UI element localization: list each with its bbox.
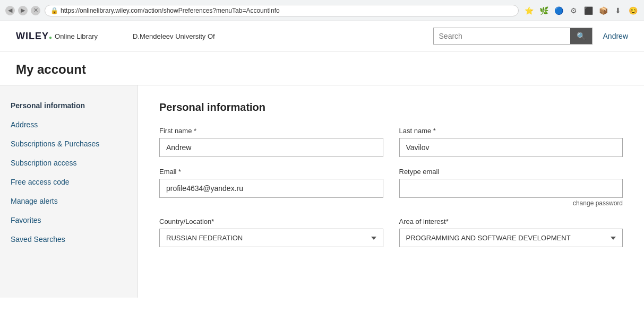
email-row: Email * Retype email change password — [159, 168, 623, 207]
browser-icon-4[interactable]: ⚙ — [568, 5, 579, 16]
sidebar-item-favorites[interactable]: Favorites — [0, 211, 138, 230]
retype-email-group: Retype email change password — [399, 168, 623, 207]
logo-dot: ● — [49, 34, 53, 40]
change-password-anchor[interactable]: change password — [573, 199, 623, 207]
country-group: Country/Location* RUSSIAN FEDERATION UNI… — [159, 218, 383, 247]
sidebar-link-manage-alerts[interactable]: Manage alerts — [11, 197, 58, 205]
search-input[interactable] — [434, 28, 570, 44]
sidebar-label-personal-information: Personal information — [11, 101, 85, 110]
name-row: First name * Last name * — [159, 127, 623, 157]
user-link[interactable]: Andrew — [603, 32, 628, 40]
area-group: Area of interest* PROGRAMMING AND SOFTWA… — [399, 218, 623, 247]
country-label: Country/Location* — [159, 218, 383, 225]
sidebar-link-favorites[interactable]: Favorites — [11, 216, 41, 224]
last-name-group: Last name * — [399, 127, 623, 157]
section-title: Personal information — [159, 101, 623, 114]
user-area: Andrew — [603, 32, 628, 40]
country-select[interactable]: RUSSIAN FEDERATION UNITED STATES UNITED … — [159, 229, 383, 247]
browser-icon-3[interactable]: 🔵 — [553, 5, 564, 16]
sidebar-item-personal-information[interactable]: Personal information — [0, 96, 138, 115]
browser-icon-5[interactable]: ⬛ — [582, 5, 594, 16]
sidebar-link-address[interactable]: Address — [11, 120, 38, 129]
last-name-input[interactable] — [399, 138, 623, 157]
browser-icon-6[interactable]: 📦 — [597, 5, 609, 16]
sidebar-item-manage-alerts[interactable]: Manage alerts — [0, 192, 138, 211]
close-button[interactable]: ✕ — [31, 6, 40, 15]
browser-icon-7[interactable]: ⬇ — [612, 5, 624, 16]
browser-chrome: ◀ ▶ ✕ 🔒 https://onlinelibrary.wiley.com/… — [0, 0, 644, 21]
email-label: Email * — [159, 168, 383, 176]
logo-wiley: WILEY — [16, 31, 49, 41]
search-area: 🔍 — [433, 28, 593, 45]
address-bar[interactable]: 🔒 https://onlinelibrary.wiley.com/action… — [45, 5, 519, 16]
retype-email-label: Retype email — [399, 168, 623, 176]
forward-button[interactable]: ▶ — [18, 6, 28, 15]
email-group: Email * — [159, 168, 383, 207]
logo-text: WILEY● — [16, 31, 53, 42]
sidebar-link-subscriptions[interactable]: Subscriptions & Purchases — [11, 140, 99, 148]
email-input[interactable] — [159, 179, 383, 198]
search-icon: 🔍 — [577, 32, 586, 40]
area-select[interactable]: PROGRAMMING AND SOFTWARE DEVELOPMENT MAT… — [399, 229, 623, 247]
location-interest-row: Country/Location* RUSSIAN FEDERATION UNI… — [159, 218, 623, 247]
site-header: WILEY● Online Library D.Mendeleev Univer… — [0, 21, 644, 51]
first-name-label: First name * — [159, 127, 383, 135]
sidebar-item-subscription-access[interactable]: Subscription access — [0, 153, 138, 172]
browser-controls: ◀ ▶ ✕ — [5, 6, 40, 15]
sidebar-item-free-access-code[interactable]: Free access code — [0, 172, 138, 192]
content-area: Personal information First name * Last n… — [138, 85, 644, 298]
lock-icon: 🔒 — [50, 7, 58, 14]
change-password-link: change password — [399, 199, 623, 207]
back-button[interactable]: ◀ — [5, 6, 15, 15]
url-text: https://onlinelibrary.wiley.com/action/s… — [61, 7, 280, 14]
logo-sub: Online Library — [55, 32, 98, 40]
page-title-section: My account — [0, 51, 644, 85]
search-button[interactable]: 🔍 — [570, 28, 592, 44]
main-layout: Personal information Address Subscriptio… — [0, 85, 644, 298]
last-name-label: Last name * — [399, 127, 623, 135]
first-name-input[interactable] — [159, 138, 383, 157]
retype-email-input[interactable] — [399, 179, 623, 198]
sidebar-link-saved-searches[interactable]: Saved Searches — [11, 235, 65, 244]
page-title: My account — [16, 62, 628, 77]
sidebar-link-free-access-code[interactable]: Free access code — [11, 178, 70, 186]
browser-icon-2[interactable]: 🌿 — [538, 5, 549, 16]
sidebar-link-subscription-access[interactable]: Subscription access — [11, 159, 77, 167]
browser-icon-8[interactable]: 😊 — [627, 5, 639, 16]
browser-icons: ⭐ 🌿 🔵 ⚙ ⬛ 📦 ⬇ 😊 — [523, 5, 639, 16]
browser-icon-1[interactable]: ⭐ — [523, 5, 535, 16]
institution-text: D.Mendeleev University Of — [133, 32, 423, 40]
sidebar-item-address[interactable]: Address — [0, 115, 138, 134]
sidebar-item-saved-searches[interactable]: Saved Searches — [0, 230, 138, 249]
area-label: Area of interest* — [399, 218, 623, 225]
sidebar: Personal information Address Subscriptio… — [0, 85, 138, 298]
logo-area: WILEY● Online Library — [16, 31, 122, 42]
first-name-group: First name * — [159, 127, 383, 157]
sidebar-item-subscriptions[interactable]: Subscriptions & Purchases — [0, 134, 138, 153]
